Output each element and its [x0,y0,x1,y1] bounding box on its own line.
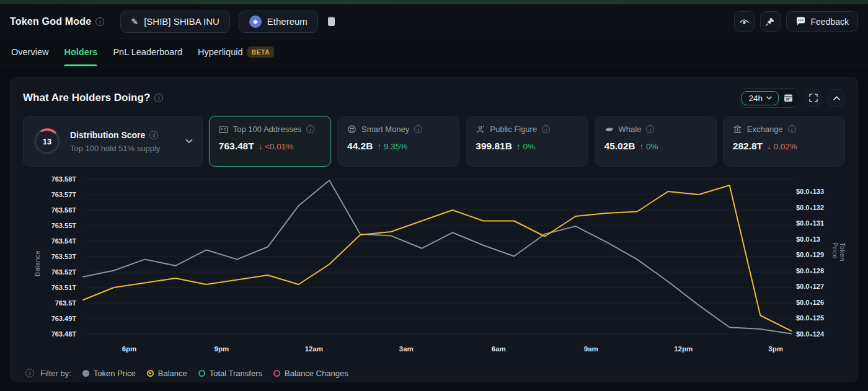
distribution-score-value: 13 [33,127,61,156]
pin-button[interactable] [760,11,781,32]
stat-value: 399.81B [476,141,512,152]
stat-card-whale[interactable]: Whale i 45.02B ↑ 0% [595,116,717,167]
tab-pnl-leaderboard[interactable]: PnL Leaderboard [113,38,182,66]
y-axis-tick-price: $0.0₄124 [796,329,824,339]
tab-overview[interactable]: Overview [11,38,48,66]
stat-value: 44.2B [347,141,373,152]
chevron-down-icon [766,96,772,100]
y-axis-tick-balance: 763.51T [11,283,76,292]
public-figure-icon [476,125,485,134]
holders-chart: 763.58T763.57T763.56T763.55T763.54T763.5… [11,169,857,362]
token-price-line [83,180,791,333]
filter-option-balance[interactable]: Balance [147,369,187,378]
copy-address-icon[interactable] [328,17,335,26]
token-select-button[interactable]: ✎ [SHIB] SHIBA INU [120,11,229,33]
stat-label: Top 100 Addresses [233,125,302,134]
distribution-score-gauge: 13 [33,127,61,156]
x-axis-tick: 12pm [662,345,705,353]
y-axis-tick-price: $0.0₄126 [796,297,824,307]
x-axis-tick: 3pm [754,345,797,353]
stat-value: 282.8T [733,141,763,152]
panel-title: What Are Holders Doing? [23,92,150,104]
y-axis-tick-price: $0.0₄127 [796,281,824,291]
chain-select-button[interactable]: ◆ Ethereum [239,11,318,33]
stat-card-top-100-addresses[interactable]: Top 100 Addresses i 763.48T ↓ <0.01% [209,116,331,167]
stat-change: ↑ 9.35% [377,142,407,151]
tab-holders[interactable]: Holders [64,38,97,66]
info-icon: i [25,369,34,377]
distribution-score-card[interactable]: 13 Distribution Score i Top 100 hold 51%… [23,116,203,167]
stat-value: 45.02B [604,141,636,152]
distribution-score-subtitle: Top 100 hold 51% supply [70,144,177,153]
browser-top-strip [0,0,868,5]
app-header: Token God Mode i ✎ [SHIB] SHIBA INU ◆ Et… [0,5,868,38]
y-axis-tick-price: $0.0₄129 [796,250,824,260]
left-axis-title: Balance [33,250,41,276]
bank-icon [733,125,742,134]
info-icon: i [542,125,550,133]
stat-value: 763.48T [219,141,254,152]
tab-hyperliquid[interactable]: Hyperliquid BETA [198,38,274,66]
stat-change: ↓ 0.02% [767,142,797,151]
fullscreen-button[interactable] [805,89,822,107]
y-axis-tick-balance: 763.56T [11,205,76,215]
filter-option-label: Total Transfers [210,369,262,378]
calendar-button[interactable] [779,90,797,106]
tab-label: Holders [64,47,97,57]
stat-card-exchange[interactable]: Exchange i 282.8T ↓ 0.02% [723,116,845,167]
distribution-score-label: Distribution Score [70,130,145,140]
feedback-bubble-icon [795,17,806,27]
y-axis-tick-price: $0.0₄13 [796,234,820,244]
stat-label: Public Figure [490,125,537,134]
timeframe-select[interactable]: 24h [742,91,779,105]
y-axis-tick-price: $0.0₄132 [796,203,824,213]
x-axis-tick: 3am [384,345,428,353]
whale-icon [604,125,614,134]
stat-change: ↑ 0% [640,142,658,151]
y-axis-tick-balance: 763.52T [11,267,76,277]
stat-change: ↓ <0.01% [259,142,294,151]
info-icon: i [646,125,654,133]
y-axis-tick-price: $0.0₄133 [796,187,824,196]
info-icon: i [149,131,158,139]
info-icon: i [95,17,104,26]
calendar-icon [784,94,793,102]
collapse-button[interactable] [828,89,845,107]
y-axis-tick-balance: 763.5T [11,298,76,308]
watch-button[interactable] [734,11,755,32]
stat-card-public-figure[interactable]: Public Figure i 399.81B ↑ 0% [466,116,588,167]
info-icon: i [414,125,422,133]
stat-label: Smart Money [361,125,409,134]
x-axis-tick: 9am [569,345,613,353]
y-axis-tick-balance: 763.53T [11,252,76,261]
chart-plot [11,169,859,362]
feedback-button[interactable]: Feedback [786,11,858,32]
y-axis-tick-balance: 763.48T [11,329,76,339]
tab-bar: Overview Holders PnL Leaderboard Hyperli… [0,38,868,66]
filter-option-total-transfers[interactable]: Total Transfers [198,369,262,378]
x-axis-tick: 6pm [107,345,151,353]
y-axis-tick-balance: 763.49T [11,314,76,323]
edit-pencil-icon: ✎ [131,17,138,27]
chevron-down-icon[interactable] [185,139,193,144]
filter-option-label: Balance Changes [285,369,348,378]
token-select-label: [SHIB] SHIBA INU [144,16,219,27]
y-axis-tick-price: $0.0₄128 [796,266,824,276]
timeframe-value: 24h [748,94,763,103]
info-icon: i [306,125,314,133]
info-icon: i [788,125,796,133]
holder-stats-row: 13 Distribution Score i Top 100 hold 51%… [23,116,845,167]
y-axis-tick-balance: 763.57T [11,190,76,200]
stat-label: Whale [619,125,642,134]
holders-activity-panel: What Are Holders Doing? i 24h [10,77,858,382]
filter-option-balance-changes[interactable]: Balance Changes [273,369,348,378]
chain-select-label: Ethereum [267,16,308,27]
filter-option-label: Token Price [94,369,136,378]
id-card-icon [219,125,228,134]
filter-option-token-price[interactable]: Token Price [82,369,136,378]
chevron-up-icon [833,96,840,100]
balance-radio-icon [147,370,154,377]
stat-card-smart-money[interactable]: Smart Money i 44.2B ↑ 9.35% [337,116,459,167]
filter-by-label: Filter by: [40,369,71,378]
x-axis-tick: 6am [477,345,520,353]
